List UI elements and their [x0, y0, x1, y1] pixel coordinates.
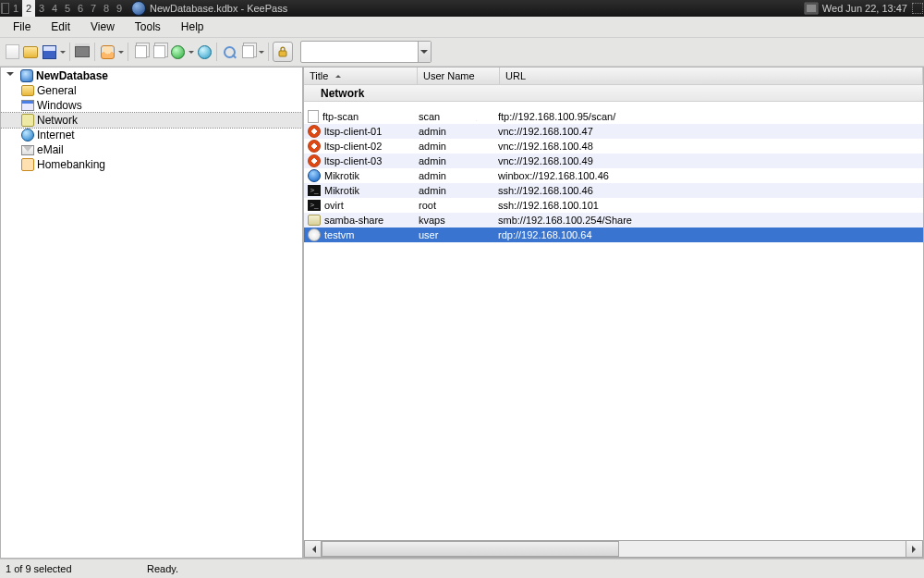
menu-view[interactable]: View [81, 18, 124, 35]
menu-edit[interactable]: Edit [42, 18, 79, 35]
entry-url: vnc://192.168.100.49 [494, 155, 923, 166]
tree-item-label: Network [37, 114, 78, 127]
toolbar-sep [216, 43, 217, 61]
tree-item-internet[interactable]: Internet [1, 128, 302, 142]
save-dropdown-icon[interactable] [59, 43, 66, 60]
status-selection: 1 of 9 selected [0, 560, 141, 578]
entry-row[interactable]: Mikrotikadminwinbox://192.168.100.46 [304, 168, 923, 183]
copy-password-button[interactable] [151, 43, 167, 60]
bank-icon [21, 158, 34, 171]
entry-user: user [415, 229, 494, 240]
entry-user: admin [415, 185, 494, 196]
workspace-1[interactable]: 1 [9, 0, 22, 17]
lock-workspace-button[interactable] [273, 42, 293, 62]
entry-title: ovirt [324, 200, 344, 211]
scroll-thumb[interactable] [322, 541, 619, 557]
menu-tools[interactable]: Tools [126, 18, 170, 35]
scroll-track[interactable] [322, 540, 906, 558]
entry-row[interactable]: samba-sharekvapssmb://192.168.100.254/Sh… [304, 213, 923, 228]
entry-row[interactable]: Mikrotikadminssh://192.168.100.46 [304, 183, 923, 198]
menu-help[interactable]: Help [172, 18, 213, 35]
entry-url: vnc://192.168.100.47 [494, 126, 923, 137]
menu-file[interactable]: File [4, 18, 40, 35]
body-split: NewDatabase GeneralWindowsNetworkInterne… [0, 67, 924, 559]
open-url-button[interactable] [169, 43, 186, 60]
expander-icon[interactable] [6, 69, 18, 82]
entry-title: ltsp-client-02 [324, 141, 382, 152]
copy-username-button[interactable] [132, 43, 149, 60]
add-entry-dropdown-icon[interactable] [117, 43, 124, 60]
globe-icon [21, 129, 34, 141]
entry-url: ssh://192.168.100.101 [494, 200, 923, 211]
add-entry-button[interactable] [99, 43, 116, 60]
scroll-right-icon[interactable] [906, 540, 923, 558]
tree-item-label: General [37, 84, 77, 97]
tree-item-network[interactable]: Network [1, 113, 302, 128]
entry-user: root [415, 200, 494, 211]
winlogo-icon [308, 228, 321, 241]
col-title[interactable]: Title [304, 68, 418, 84]
list-header[interactable]: Title User Name URL [304, 68, 923, 84]
new-db-button[interactable] [4, 43, 20, 60]
save-db-button[interactable] [41, 43, 57, 60]
entry-row[interactable]: ovirtrootssh://192.168.100.101 [304, 198, 923, 213]
entry-row[interactable]: ltsp-client-03adminvnc://192.168.100.49 [304, 154, 923, 168]
search-dropdown-icon[interactable] [418, 42, 431, 62]
tray-clock[interactable]: Wed Jun 22, 13:47 [800, 2, 911, 15]
entry-row[interactable]: ftp-scanscanftp://192.168.100.95/scan/ [304, 109, 923, 124]
workspace-3[interactable]: 3 [35, 0, 48, 17]
tree-item-label: eMail [37, 143, 64, 156]
horizontal-scrollbar[interactable] [304, 540, 923, 558]
toolbar-sep [94, 43, 95, 61]
ubuntu-icon [308, 154, 321, 167]
search-input[interactable] [301, 45, 418, 58]
entry-row[interactable]: ltsp-client-01adminvnc://192.168.100.47 [304, 124, 923, 139]
workspace-7[interactable]: 7 [87, 0, 100, 17]
open-url-dropdown-icon[interactable] [188, 43, 194, 60]
scroll-left-icon[interactable] [304, 540, 322, 558]
tree-item-windows[interactable]: Windows [1, 98, 302, 113]
group-heading-label: Network [321, 87, 364, 100]
list-body[interactable]: ftp-scanscanftp://192.168.100.95/scan/lt… [304, 102, 923, 540]
entry-user: admin [415, 126, 494, 137]
tree-root-label: NewDatabase [36, 69, 108, 82]
keyboard-layout-icon [804, 2, 819, 15]
entry-user: admin [415, 170, 494, 181]
col-user[interactable]: User Name [418, 68, 500, 84]
tree-item-general[interactable]: General [1, 83, 302, 98]
panel-end-icon[interactable] [911, 0, 924, 17]
tree-item-homebanking[interactable]: Homebanking [1, 157, 302, 172]
entry-title: ltsp-client-03 [324, 155, 382, 166]
entry-url: rdp://192.168.100.64 [494, 229, 923, 240]
panel-menu-icon[interactable] [0, 3, 9, 14]
tree-root[interactable]: NewDatabase [1, 68, 302, 83]
entry-user: admin [415, 141, 494, 152]
workspace-5[interactable]: 5 [61, 0, 74, 17]
workspace-6[interactable]: 6 [74, 0, 87, 17]
entry-row[interactable]: testvmuserrdp://192.168.100.64 [304, 228, 923, 242]
group-tree[interactable]: NewDatabase GeneralWindowsNetworkInterne… [0, 67, 303, 559]
quick-search[interactable] [300, 41, 432, 63]
keepass-window: FileEditViewToolsHelp [0, 17, 924, 578]
workspace-2[interactable]: 2 [22, 0, 35, 17]
folder-icon [21, 85, 34, 96]
show-entries-button[interactable] [239, 43, 256, 60]
tree-item-email[interactable]: eMail [1, 142, 302, 157]
col-title-label: Title [310, 70, 328, 81]
open-db-button[interactable] [22, 43, 39, 60]
workspace-switcher[interactable]: 123456789 [9, 0, 126, 17]
workspace-9[interactable]: 9 [113, 0, 126, 17]
workspace-4[interactable]: 4 [48, 0, 61, 17]
tree-items: GeneralWindowsNetworkInterneteMailHomeba… [1, 83, 302, 172]
show-entries-dropdown-icon[interactable] [258, 43, 264, 60]
col-url[interactable]: URL [500, 68, 923, 84]
autotype-button[interactable] [196, 43, 213, 60]
toolbar-sep [268, 43, 269, 61]
print-button[interactable] [74, 43, 91, 60]
workspace-8[interactable]: 8 [100, 0, 113, 17]
net-icon [21, 114, 34, 127]
find-button[interactable] [221, 43, 237, 60]
entry-title: ftp-scan [322, 111, 359, 122]
taskbar-item[interactable]: NewDatabase.kdbx - KeePass [131, 1, 800, 16]
entry-row[interactable]: ltsp-client-02adminvnc://192.168.100.48 [304, 139, 923, 154]
